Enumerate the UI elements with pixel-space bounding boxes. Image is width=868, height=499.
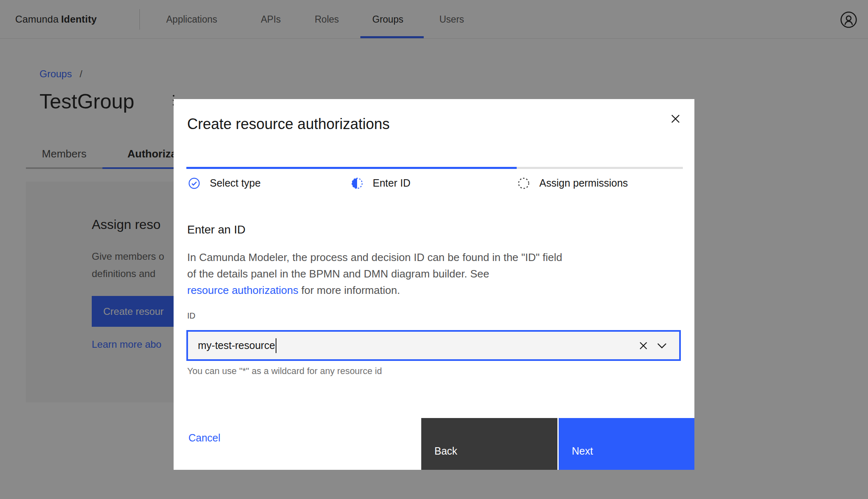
description-line1: In Camunda Modeler, the process and deci…	[187, 249, 562, 266]
wizard-progress-fill	[186, 167, 517, 169]
next-button[interactable]: Next	[559, 418, 694, 470]
chevron-down-icon[interactable]	[656, 340, 668, 351]
wizard-progress-bar	[186, 167, 683, 169]
step-complete-icon	[188, 178, 200, 189]
step-label: Enter ID	[373, 177, 411, 189]
description-line3: resource authorizations for more informa…	[187, 282, 562, 298]
description-line2: of the details panel in the BPMN and DMN…	[187, 266, 562, 282]
step-current-icon	[351, 178, 363, 189]
section-description: In Camunda Modeler, the process and deci…	[187, 249, 562, 298]
step-select-type[interactable]: Select type	[188, 177, 261, 189]
section-heading: Enter an ID	[187, 223, 246, 236]
step-label: Select type	[210, 177, 261, 189]
step-label: Assign permissions	[539, 177, 628, 189]
clear-icon[interactable]	[638, 340, 649, 351]
id-combobox-input[interactable]: my-test-resource	[186, 330, 681, 361]
text-caret	[276, 338, 276, 353]
id-field-label: ID	[187, 311, 195, 321]
cancel-button[interactable]: Cancel	[188, 432, 220, 444]
create-resource-authorizations-modal: Create resource authorizations Select ty…	[174, 99, 694, 470]
step-incomplete-icon	[518, 178, 529, 189]
description-line3-suffix: for more information.	[298, 284, 400, 296]
back-button[interactable]: Back	[421, 418, 557, 470]
id-field-helper-text: You can use "*" as a wildcard for any re…	[187, 366, 382, 377]
wizard-steps: Select type Enter ID Assign permissions	[174, 177, 694, 189]
modal-title: Create resource authorizations	[187, 116, 390, 133]
resource-authorizations-link[interactable]: resource authorizations	[187, 284, 298, 296]
close-icon[interactable]	[666, 109, 685, 129]
step-assign-permissions[interactable]: Assign permissions	[518, 177, 628, 189]
id-input-value: my-test-resource	[198, 340, 275, 351]
step-enter-id[interactable]: Enter ID	[351, 177, 411, 189]
